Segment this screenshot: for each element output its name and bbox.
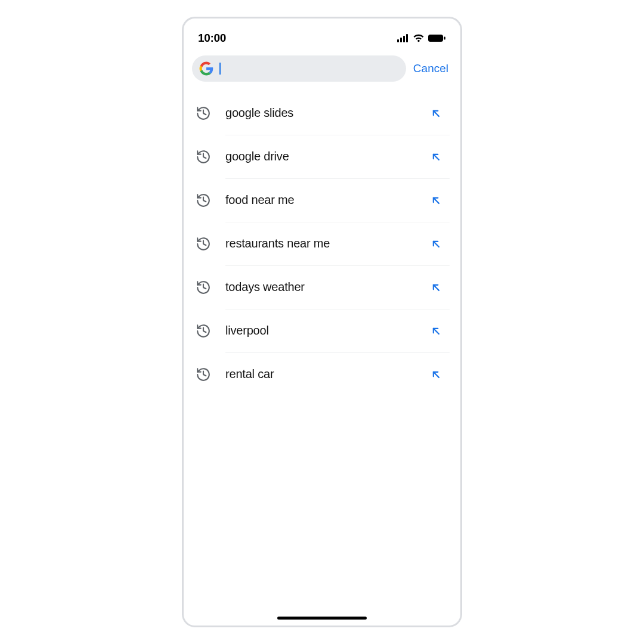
- suggestion-label: liverpool: [225, 324, 426, 338]
- wifi-icon: [413, 34, 425, 42]
- arrow-up-left-icon: [430, 107, 442, 119]
- insert-suggestion-button[interactable]: [426, 103, 446, 123]
- svg-rect-2: [403, 36, 405, 42]
- suggestion-row[interactable]: restaurants near me: [184, 222, 460, 265]
- battery-icon: [428, 34, 446, 42]
- status-indicators: [397, 34, 446, 42]
- text-caret: [219, 63, 221, 75]
- svg-line-10: [434, 284, 439, 290]
- search-row: Cancel: [184, 45, 460, 88]
- cancel-button[interactable]: Cancel: [412, 58, 452, 79]
- arrow-up-left-icon: [430, 369, 442, 380]
- insert-suggestion-button[interactable]: [426, 277, 446, 298]
- history-icon: [196, 106, 211, 121]
- suggestion-list: google slides google drive: [184, 88, 460, 396]
- home-indicator: [277, 617, 367, 620]
- suggestion-label: restaurants near me: [225, 237, 426, 250]
- svg-line-8: [434, 197, 439, 203]
- arrow-up-left-icon: [430, 281, 442, 293]
- history-icon: [196, 367, 211, 382]
- divider: [225, 222, 450, 222]
- suggestion-row[interactable]: liverpool: [184, 309, 460, 352]
- suggestion-label: food near me: [225, 193, 426, 207]
- insert-suggestion-button[interactable]: [426, 190, 446, 210]
- svg-rect-3: [406, 34, 408, 42]
- divider: [225, 265, 450, 266]
- suggestion-row[interactable]: rental car: [184, 352, 460, 396]
- search-input[interactable]: [219, 61, 398, 76]
- svg-line-12: [434, 371, 439, 377]
- history-icon: [196, 280, 211, 295]
- svg-line-9: [434, 241, 439, 246]
- suggestion-label: google slides: [225, 106, 426, 120]
- svg-rect-5: [444, 37, 446, 40]
- arrow-up-left-icon: [430, 151, 442, 163]
- insert-suggestion-button[interactable]: [426, 234, 446, 254]
- google-logo-icon: [199, 61, 213, 76]
- arrow-up-left-icon: [430, 238, 442, 250]
- divider: [225, 352, 450, 353]
- history-icon: [196, 236, 211, 252]
- search-pill[interactable]: [192, 55, 406, 82]
- arrow-up-left-icon: [430, 194, 442, 206]
- svg-rect-0: [397, 39, 399, 42]
- insert-suggestion-button[interactable]: [426, 147, 446, 167]
- history-icon: [196, 193, 211, 208]
- cellular-signal-icon: [397, 34, 409, 42]
- phone-frame: 10:00: [182, 17, 462, 627]
- divider: [225, 309, 450, 309]
- suggestion-row[interactable]: food near me: [184, 178, 460, 222]
- insert-suggestion-button[interactable]: [426, 321, 446, 341]
- suggestion-row[interactable]: google drive: [184, 135, 460, 178]
- divider: [225, 135, 450, 135]
- suggestion-row[interactable]: google slides: [184, 91, 460, 135]
- svg-rect-1: [400, 38, 402, 42]
- status-time: 10:00: [198, 32, 226, 45]
- insert-suggestion-button[interactable]: [426, 364, 446, 385]
- status-bar: 10:00: [184, 18, 460, 45]
- history-icon: [196, 323, 211, 339]
- svg-line-6: [434, 110, 439, 116]
- history-icon: [196, 149, 211, 165]
- svg-line-7: [434, 154, 439, 159]
- arrow-up-left-icon: [430, 325, 442, 337]
- suggestion-row[interactable]: todays weather: [184, 265, 460, 309]
- divider: [225, 178, 450, 179]
- svg-rect-4: [428, 35, 443, 42]
- suggestion-label: google drive: [225, 150, 426, 163]
- suggestion-label: rental car: [225, 367, 426, 381]
- suggestion-label: todays weather: [225, 280, 426, 294]
- svg-line-11: [434, 328, 439, 333]
